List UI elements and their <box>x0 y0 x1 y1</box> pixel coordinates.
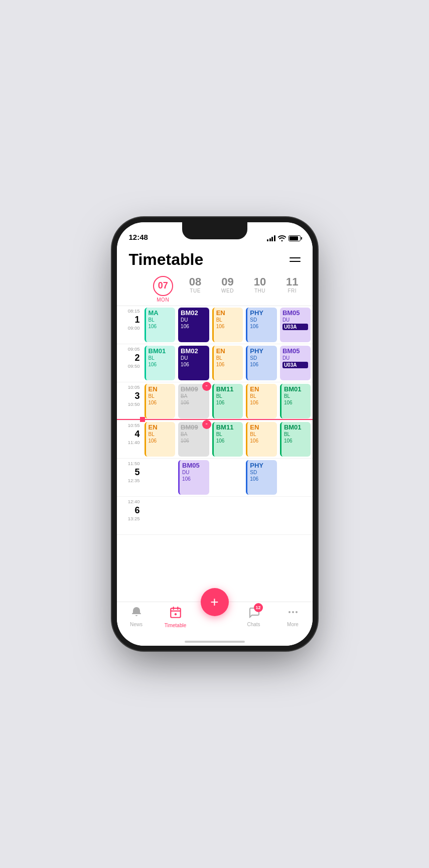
bottom-tab-bar: + News <box>117 602 313 646</box>
day-cell-fri[interactable]: 11 FRI <box>276 276 308 303</box>
timetable-scroll[interactable]: 08:15 1 09:00 MA BL 106 <box>117 306 313 602</box>
start-time-1: 08:15 <box>128 308 140 314</box>
class-name: BM11 <box>216 424 241 431</box>
period-time-6: 12:40 6 13:25 <box>117 497 143 534</box>
class-cell-1-tue[interactable]: BM02 DU 106 <box>177 306 211 344</box>
class-room: 106 <box>149 438 173 444</box>
more-icon-wrapper <box>287 606 299 620</box>
class-room: 106 <box>149 324 173 330</box>
tab-label-chats: Chats <box>247 622 260 627</box>
tab-label-timetable: Timetable <box>165 623 187 628</box>
period-number-4: 4 <box>134 429 139 439</box>
class-cell-1-fri[interactable]: BM05 DU U03A <box>278 306 313 344</box>
period-time-5: 11:50 5 12:35 <box>117 459 143 496</box>
class-cell-2-mon[interactable]: BM01 BL 106 <box>143 344 177 382</box>
tab-news[interactable]: News <box>117 606 156 627</box>
class-name: BM05 <box>282 310 309 317</box>
start-time-2: 09:05 <box>128 346 140 352</box>
class-cell-3-wed[interactable]: BM11 BL 106 <box>211 382 245 420</box>
day-cell-tue[interactable]: 08 TUE <box>179 276 211 303</box>
period-cells-4: EN BL 106 " BM09 BA <box>143 420 313 458</box>
class-room: 106 <box>149 362 173 368</box>
end-time-2: 09:50 <box>128 363 140 369</box>
period-row-5: 11:50 5 12:35 BM05 DU <box>117 459 313 497</box>
period-time-2: 09:05 2 09:50 <box>117 344 143 382</box>
class-sub: BL <box>149 317 173 323</box>
period-row-3: 10:05 3 10:50 EN BL 106 <box>117 382 313 420</box>
day-name-mon: MON <box>157 297 169 303</box>
class-cell-4-fri[interactable]: BM01 BL 106 <box>278 420 313 458</box>
class-cell-1-wed[interactable]: EN BL 106 <box>211 306 245 344</box>
class-cell-4-tue[interactable]: " BM09 BA 106 <box>177 420 211 458</box>
day-cell-thu[interactable]: 10 THU <box>244 276 276 303</box>
timetable-grid: 08:15 1 09:00 MA BL 106 <box>117 306 313 535</box>
class-sub: BA <box>181 431 207 438</box>
class-cell-4-wed[interactable]: BM11 BL 106 <box>211 420 245 458</box>
tab-more[interactable]: More <box>273 606 313 627</box>
period-number-6: 6 <box>134 506 139 515</box>
app-header: Timetable <box>117 244 313 273</box>
class-sub: BL <box>216 431 241 438</box>
class-room-badge: U03A <box>282 362 309 368</box>
chat-badge: 12 <box>254 603 263 612</box>
class-name: BM01 <box>284 386 309 393</box>
day-cell-wed[interactable]: 09 WED <box>211 276 243 303</box>
class-cell-2-wed[interactable]: EN BL 106 <box>211 344 245 382</box>
status-time: 12:48 <box>129 233 148 241</box>
class-cell-5-fri <box>278 459 313 496</box>
class-name: BM05 <box>182 462 207 469</box>
period-row-4: 10:55 4 11:40 EN BL 106 <box>117 420 313 459</box>
class-room: 106 <box>284 438 309 444</box>
class-room: 106 <box>250 362 274 368</box>
day-circle-mon: 07 <box>153 276 173 296</box>
notch <box>182 222 247 239</box>
start-time-6: 12:40 <box>128 499 140 505</box>
class-name: EN <box>149 386 173 393</box>
class-cell-4-mon[interactable]: EN BL 106 <box>143 420 177 458</box>
class-sub: SD <box>250 355 274 361</box>
period-cells-1: MA BL 106 BM02 DU 106 <box>143 306 313 344</box>
page-title: Timetable <box>129 250 204 269</box>
svg-rect-0 <box>171 608 181 617</box>
signal-bars-icon <box>267 235 275 241</box>
add-fab-button[interactable]: + <box>201 588 229 616</box>
day-cols: 07 MON 08 TUE 09 WED <box>147 276 309 303</box>
screen: 12:48 Timetable <box>117 222 313 646</box>
class-cell-3-tue[interactable]: " BM09 BA 106 <box>177 382 211 420</box>
tab-chats[interactable]: 12 Chats <box>234 606 273 627</box>
class-sub: BL <box>284 393 309 399</box>
class-cell-5-thu[interactable]: PHY SD 106 <box>244 459 278 496</box>
class-cell-4-thu[interactable]: EN BL 106 <box>244 420 278 458</box>
class-cell-2-fri[interactable]: BM05 DU U03A <box>278 344 313 382</box>
phone-frame: 12:48 Timetable <box>117 222 313 646</box>
class-name: EN <box>250 424 274 431</box>
status-icons <box>267 235 301 241</box>
class-room: 106 <box>181 438 207 444</box>
class-room: 106 <box>250 324 274 330</box>
tab-timetable[interactable]: Timetable <box>156 606 195 628</box>
class-cell-3-thu[interactable]: EN BL 106 <box>244 382 278 420</box>
class-room: 106 <box>181 324 207 330</box>
day-number-thu: 10 <box>254 276 266 288</box>
class-name: EN <box>216 310 241 317</box>
class-cell-2-thu[interactable]: PHY SD 106 <box>244 344 278 382</box>
class-room: 106 <box>182 476 207 482</box>
class-room: 106 <box>250 400 274 406</box>
menu-button[interactable] <box>290 257 301 262</box>
class-cell-3-fri[interactable]: BM01 BL 106 <box>278 382 313 420</box>
class-cell-5-mon <box>143 459 177 496</box>
class-cell-3-mon[interactable]: EN BL 106 <box>143 382 177 420</box>
class-cell-1-mon[interactable]: MA BL 106 <box>143 306 177 344</box>
class-cell-2-tue[interactable]: BM02 DU 106 <box>177 344 211 382</box>
day-cell-mon[interactable]: 07 MON <box>147 276 179 303</box>
class-sub: DU <box>182 470 207 476</box>
class-cell-1-thu[interactable]: PHY SD 106 <box>244 306 278 344</box>
end-time-6: 13:25 <box>128 516 140 522</box>
class-sub: BL <box>149 393 173 399</box>
class-sub: BL <box>216 393 241 399</box>
class-name: BM05 <box>282 348 309 355</box>
svg-point-5 <box>289 611 291 613</box>
start-time-3: 10:05 <box>128 384 140 390</box>
content-area: Timetable 07 MON <box>117 222 313 646</box>
class-cell-5-tue[interactable]: BM05 DU 106 <box>177 459 211 496</box>
